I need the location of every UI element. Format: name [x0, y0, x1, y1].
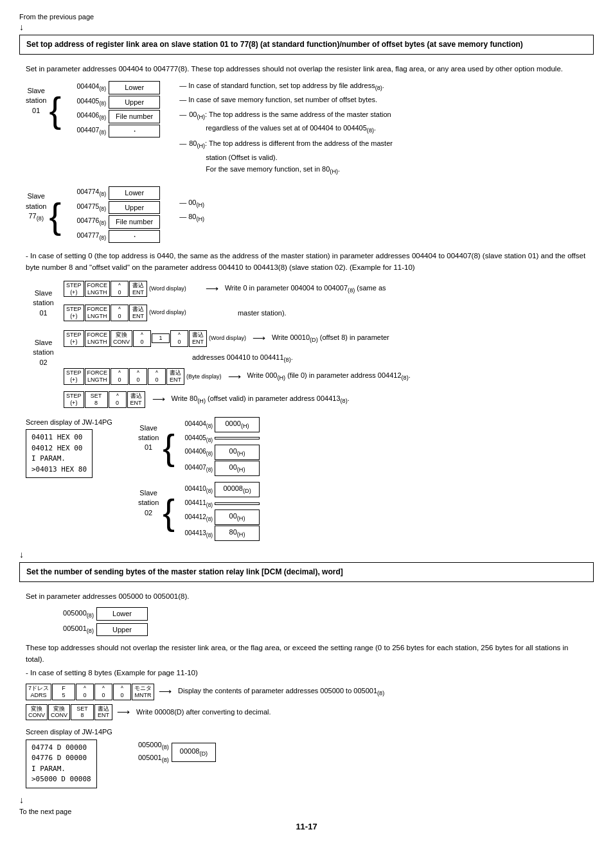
section1-box: Set top address of register link area on… [19, 35, 594, 55]
step-box-force1: FORCELNGTH [85, 281, 111, 297]
rval-01-2: 00(H) [215, 445, 260, 460]
step-box-force2: FORCELNGTH [85, 330, 111, 347]
screen-title-1: Screen display of JW-14PG [26, 417, 112, 428]
step-row-2: STEP(+) FORCELNGTH 変換CONV ᴬ0 1 ᴬ0 書込ENT … [64, 330, 411, 347]
step-s2-a2: ᴬ0 [94, 684, 112, 700]
section1-desc2: - In case of setting 0 (the top address … [26, 251, 587, 273]
step-box-force3: FORCELNGTH [85, 368, 111, 385]
slave77-label: Slavestation77(8) [26, 191, 46, 223]
step-box-step1b: STEP(+) [64, 305, 84, 321]
box-s2-upper: Upper [96, 623, 148, 637]
addr-01-0: 004404(8) [64, 82, 109, 93]
step-box-step4: STEP(+) [64, 391, 84, 408]
step-box-write3: 書込ENT [166, 368, 184, 385]
section2-screen-result: Screen display of JW-14PG 04774 D 00000 … [26, 727, 587, 788]
result-rows-01: 004404(8) 0000(H) 004405(8) 004406(8) 00… [176, 417, 260, 477]
arrow-s2-1: ⟶ [159, 685, 172, 698]
brace-77: { [49, 199, 61, 233]
result-rows-02: 004410(8) 00008(D) 004411(8) 004412(8) 0… [176, 482, 260, 542]
step-row-2b: addresses 004410 to 004411(8). [192, 352, 411, 365]
section2-step2: 変換CONV 変換CONV SET8 書込ENT ⟶ Write 00008(D… [26, 704, 587, 721]
step1b-note: master station). [238, 308, 287, 319]
result-slave02-label: Slavestation02 [138, 488, 159, 518]
step-box-write1b: 書込ENT [129, 305, 147, 321]
page-number: 11-17 [19, 822, 594, 831]
step-box-set4: SET8 [85, 391, 108, 408]
arrow-down-2: ↓ [19, 549, 594, 560]
result-val-s2: 00008(D) [172, 743, 216, 762]
arrow-2: ⟶ [253, 332, 265, 345]
section2-result: 005000(8) 005001(8) 00008(D) [138, 740, 216, 765]
step2-note: Write 00010(D) (offset 8) in parameter [272, 332, 389, 345]
notes-77: — 00(H) — 80(H) [179, 197, 204, 225]
step-box-step2: STEP(+) [64, 330, 84, 347]
slave01-diagram: Slavestation01 { 004404(8) Lower 004405(… [26, 78, 587, 177]
step-s2-conv2: 変換CONV [48, 704, 70, 721]
brace-result-02: { [163, 495, 175, 529]
step-s2-conv1: 変換CONV [26, 704, 48, 721]
section2-desc3: - In case of setting 8 bytes (Example fo… [26, 668, 587, 678]
word-display-1b: (Word display) [149, 308, 186, 317]
step-row-1b: STEP(+) FORCELNGTH ᴬ0 書込ENT (Word displa… [64, 305, 386, 321]
step-box-write4: 書込ENT [127, 391, 145, 408]
step-box-a4: ᴬ0 [109, 391, 127, 408]
step-row-4: STEP(+) SET8 ᴬ0 書込ENT ⟶ Write 80(H) (off… [64, 391, 411, 408]
box-77-file: File number [109, 215, 160, 229]
rval-02-2: 00(H) [215, 509, 260, 525]
step-s2-set: SET8 [71, 704, 94, 721]
arrow-4: ⟶ [152, 393, 165, 406]
arrow-3: ⟶ [228, 370, 241, 384]
step-box-a3c: ᴬ0 [148, 368, 166, 385]
screen-box-2: 04774 D 00000 04776 D 00000 I PARAM. >05… [26, 740, 97, 788]
box-77-lower: Lower [109, 186, 160, 200]
result-addrs-s2: 005000(8) 005001(8) [138, 740, 169, 765]
section2-addrs: 005000(8) Lower 005001(8) Upper [51, 607, 148, 637]
section1-desc1: Set in parameter addresses 004404 to 004… [26, 64, 587, 75]
step-s2-note2: Write 00008(D) after converting to decim… [136, 707, 271, 718]
step-s2-adrs: 7ドレスADRS [26, 684, 51, 700]
screen-area-2: Screen display of JW-14PG 04774 D 00000 … [26, 727, 112, 788]
step-box-conv2: 変換CONV [111, 330, 132, 347]
box-01-file: File number [109, 110, 160, 123]
section2-addr-area: 005000(8) Lower 005001(8) Upper [51, 607, 587, 637]
word-display-2: (Word display) [209, 334, 246, 343]
addr-77-0: 004774(8) [64, 187, 109, 199]
byte-display-3: (Byte display) [186, 373, 222, 382]
addr-77-1: 004775(8) [64, 202, 109, 213]
box-01-lower: Lower [109, 81, 160, 94]
box-01-upper: Upper [109, 96, 160, 109]
result-slave01-label: Slavestation01 [138, 423, 159, 453]
section1-content: Set in parameter addresses 004404 to 004… [19, 60, 594, 545]
step-box-force1b: FORCELNGTH [85, 305, 111, 321]
step-box-write1: 書込ENT [129, 281, 147, 297]
step-s2-5: F5 [52, 684, 75, 700]
step-s2-a3: ᴬ0 [113, 684, 131, 700]
from-prev-label: From the previous page [19, 13, 594, 21]
addr-77-2: 004776(8) [64, 216, 109, 227]
arrow-1: ⟶ [206, 282, 218, 296]
step-box-1: 1 [152, 333, 170, 343]
step1-note: Write 0 in parameter 004004 to 004007(8)… [225, 283, 386, 296]
step-s2-ent: 書込ENT [94, 704, 112, 721]
slave77-diagram: Slavestation77(8) { 004774(8) Lower 0047… [26, 184, 587, 244]
word-display-1: (Word display) [149, 285, 186, 294]
notes-01: — In case of standard function, set top … [179, 80, 393, 177]
step-box-step3: STEP(+) [64, 368, 84, 385]
brace-result-01: { [163, 430, 175, 464]
arrow-s2-2: ⟶ [117, 705, 130, 719]
addr-01-2: 004406(8) [64, 111, 109, 122]
addr-01-1: 004405(8) [64, 96, 109, 108]
section1-title: Set top address of register link area on… [26, 39, 587, 50]
slave01-steps-label: Slavestation01 [26, 288, 61, 318]
step-s2-mntr: モニタMNTR [132, 684, 154, 700]
rval-01-0: 0000(H) [215, 417, 260, 432]
screen-box-1: 04011 HEX 00 04012 HEX 00 I PARAM. >0401… [26, 429, 93, 478]
arrow-down-3: ↓ [19, 795, 594, 805]
to-next-label: To the next page [19, 808, 594, 815]
section2-desc1: Set in parameter addresses 005000 to 005… [26, 591, 587, 602]
box-77-dot: ・ [109, 230, 160, 244]
step-box-a3a: ᴬ0 [111, 368, 129, 385]
box-01-dot: ・ [109, 125, 160, 138]
arrow-down-1: ↓ [19, 22, 594, 32]
step-box-a1b: ᴬ0 [111, 305, 129, 321]
